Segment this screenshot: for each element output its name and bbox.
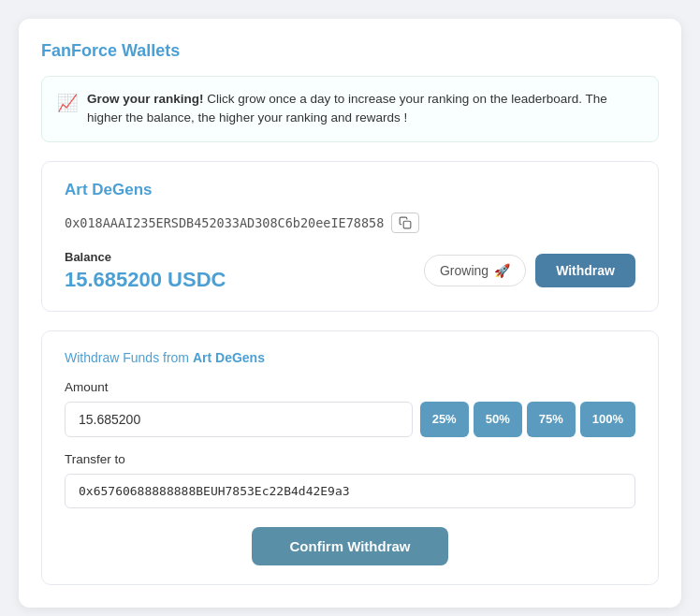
wallet-address: 0x018AAAI235ERSDB452033AD308C6b20eeIE788…: [65, 215, 384, 230]
amount-label: Amount: [65, 380, 635, 394]
pct-75-button[interactable]: 75%: [527, 402, 576, 437]
growing-icon: 🚀: [494, 263, 510, 278]
withdraw-panel: Withdraw Funds from Art DeGens Amount 25…: [41, 330, 659, 585]
banner-text: Grow your ranking! Click grow once a day…: [87, 90, 643, 128]
wallet-card: Art DeGens 0x018AAAI235ERSDB452033AD308C…: [41, 161, 659, 312]
main-container: FanForce Wallets 📈 Grow your ranking! Cl…: [19, 19, 681, 608]
growing-button[interactable]: Growing 🚀: [424, 255, 526, 286]
wallet-name: Art DeGens: [65, 181, 635, 199]
copy-address-button[interactable]: [391, 213, 419, 233]
amount-row: 25% 50% 75% 100%: [65, 402, 635, 437]
svg-rect-0: [404, 221, 412, 228]
banner: 📈 Grow your ranking! Click grow once a d…: [41, 76, 659, 142]
withdraw-title: Withdraw Funds from Art DeGens: [65, 350, 635, 365]
withdraw-wallet-name: Art DeGens: [193, 350, 265, 365]
growing-label: Growing: [440, 263, 489, 278]
pct-25-button[interactable]: 25%: [420, 402, 469, 437]
pct-100-button[interactable]: 100%: [580, 402, 635, 437]
transfer-to-input[interactable]: [65, 474, 635, 508]
confirm-row: Confirm Withdraw: [65, 527, 635, 565]
balance-block: Balance 15.685200 USDC: [65, 250, 226, 292]
pct-buttons: 25% 50% 75% 100%: [420, 402, 635, 437]
page-title: FanForce Wallets: [41, 41, 659, 61]
balance-row: Balance 15.685200 USDC Growing 🚀 Withdra…: [65, 250, 635, 292]
balance-amount: 15.685200 USDC: [65, 268, 226, 292]
banner-bold: Grow your ranking!: [87, 92, 204, 106]
transfer-label: Transfer to: [65, 452, 635, 466]
balance-label: Balance: [65, 250, 226, 264]
withdraw-title-prefix: Withdraw Funds from: [65, 350, 193, 365]
withdraw-button[interactable]: Withdraw: [535, 254, 635, 287]
confirm-withdraw-button[interactable]: Confirm Withdraw: [252, 527, 447, 565]
pct-50-button[interactable]: 50%: [474, 402, 522, 437]
wallet-address-row: 0x018AAAI235ERSDB452033AD308C6b20eeIE788…: [65, 213, 635, 233]
amount-input[interactable]: [65, 402, 413, 437]
wallet-actions: Growing 🚀 Withdraw: [424, 254, 635, 287]
banner-icon: 📈: [57, 91, 78, 116]
